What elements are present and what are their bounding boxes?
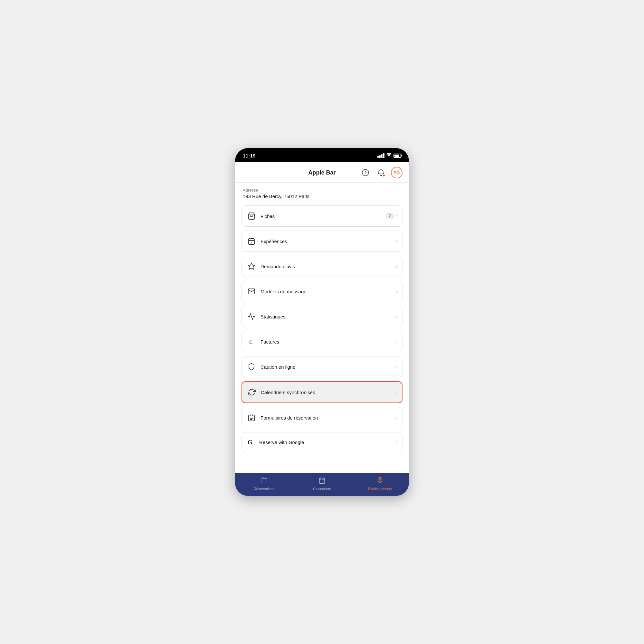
nav-item-etablissements[interactable]: Établissements — [367, 477, 393, 491]
svg-rect-17 — [319, 478, 325, 483]
euro-icon: € — [246, 336, 257, 347]
phone-frame: 11:19 Apple Bar ? — [235, 148, 409, 496]
nav-label-etablissements: Établissements — [368, 487, 392, 491]
menu-label-reserve-google: Reserve with Google — [259, 440, 393, 445]
menu-label-demande-avis: Demande d'avis — [260, 264, 393, 269]
bottom-nav: Réservations Calendriers Établisseme — [235, 473, 409, 496]
menu-label-caution-ligne: Caution en ligne — [260, 364, 393, 370]
svg-marker-8 — [248, 263, 255, 269]
svg-rect-10 — [249, 415, 254, 421]
menu-item-factures[interactable]: € Factures › — [241, 331, 403, 352]
folder-icon — [260, 477, 268, 486]
svg-text:G: G — [248, 439, 252, 446]
menu-label-fiches: Fiches — [260, 213, 384, 219]
menu-label-factures: Factures — [260, 339, 393, 345]
help-button[interactable]: ? — [360, 167, 371, 178]
notifications-button[interactable] — [375, 167, 386, 178]
signal-icon — [377, 153, 384, 158]
star-icon — [246, 261, 257, 271]
sync-icon — [247, 387, 257, 397]
calendar-event-icon: 1 — [246, 236, 257, 246]
chevron-icon: › — [396, 439, 398, 445]
status-icons — [377, 153, 401, 158]
battery-icon — [393, 154, 401, 158]
app-header: Apple Bar ? BG — [235, 162, 409, 183]
menu-item-demande-avis[interactable]: Demande d'avis › — [241, 256, 403, 277]
nav-label-calendriers: Calendriers — [313, 487, 331, 491]
wifi-icon — [386, 153, 392, 158]
chevron-icon: › — [396, 339, 398, 345]
menu-label-calendriers-synchronises: Calendriers synchronisés — [261, 390, 393, 395]
pin-icon — [376, 477, 384, 486]
notification-dot — [383, 174, 385, 177]
menu-label-modeles-message: Modèles de message — [260, 289, 393, 294]
content-area: Adresse 193 Rue de Bercy, 75012 Paris Fi… — [235, 183, 409, 473]
status-time: 11:19 — [243, 153, 256, 158]
menu-item-fiches[interactable]: Fiches 2 › — [241, 205, 403, 227]
chevron-icon: › — [396, 238, 398, 244]
header-title: Apple Bar — [308, 169, 336, 176]
menu-item-caution-ligne[interactable]: Caution en ligne › — [241, 356, 403, 377]
menu-label-formulaires-reservation: Formulaires de réservation — [260, 415, 393, 421]
chevron-icon: › — [396, 263, 398, 269]
google-icon: G — [246, 438, 255, 447]
svg-text:1: 1 — [251, 241, 252, 244]
nav-item-calendriers[interactable]: Calendriers — [309, 477, 335, 491]
svg-text:€: € — [249, 339, 252, 345]
menu-item-modeles-message[interactable]: Modèles de message › — [241, 281, 403, 302]
chart-icon — [246, 311, 257, 322]
svg-text:?: ? — [364, 170, 367, 175]
avatar-initials: BG — [393, 170, 400, 175]
nav-item-reservations[interactable]: Réservations — [251, 477, 277, 491]
menu-label-statistiques: Statistiques — [260, 314, 393, 319]
status-bar: 11:19 — [235, 148, 409, 162]
address-section: Adresse 193 Rue de Bercy, 75012 Paris — [241, 188, 403, 199]
svg-point-21 — [379, 478, 381, 480]
envelope-icon — [246, 286, 257, 297]
menu-item-calendriers-synchronises[interactable]: Calendriers synchronisés › — [241, 381, 403, 403]
menu-item-formulaires-reservation[interactable]: Formulaires de réservation › — [241, 407, 403, 428]
menu-item-statistiques[interactable]: Statistiques › — [241, 306, 403, 327]
avatar-button[interactable]: BG — [391, 167, 403, 178]
chevron-icon: › — [396, 289, 398, 294]
menu-list: Fiches 2 › 1 Expériences › — [241, 205, 403, 452]
chevron-icon: › — [396, 389, 397, 395]
header-icons: ? BG — [360, 167, 403, 178]
menu-label-experiences: Expériences — [260, 239, 393, 244]
fiches-badge: 2 — [386, 213, 393, 219]
chevron-icon: › — [396, 314, 398, 319]
address-label: Adresse — [243, 188, 401, 193]
menu-item-experiences[interactable]: 1 Expériences › — [241, 231, 403, 252]
chevron-icon: › — [396, 213, 398, 219]
menu-item-reserve-google[interactable]: G Reserve with Google › — [241, 432, 403, 452]
chevron-icon: › — [396, 364, 398, 370]
basket-icon — [246, 211, 257, 221]
form-calendar-icon — [246, 412, 257, 423]
chevron-icon: › — [396, 415, 398, 421]
address-value: 193 Rue de Bercy, 75012 Paris — [243, 194, 401, 199]
calendar-nav-icon — [318, 477, 326, 486]
shield-icon — [246, 362, 257, 372]
nav-label-reservations: Réservations — [254, 487, 274, 491]
